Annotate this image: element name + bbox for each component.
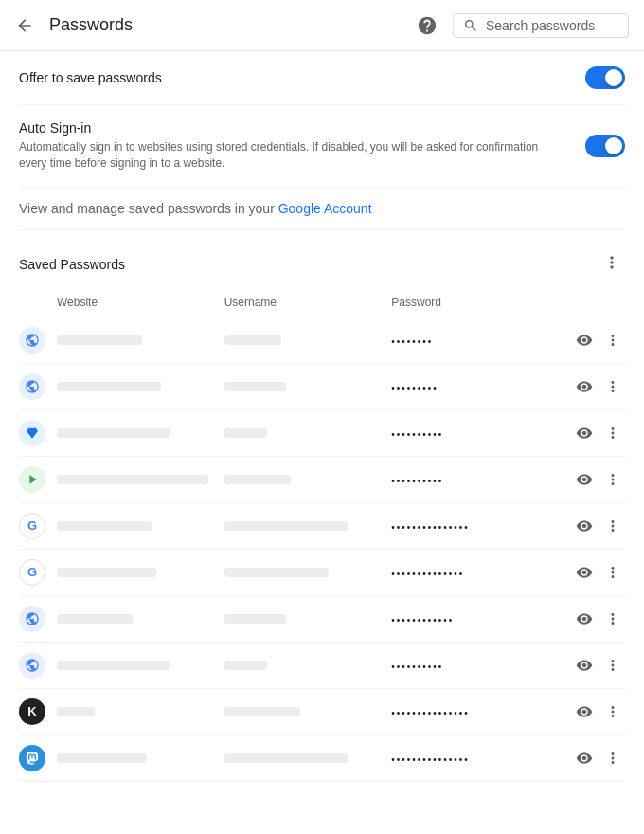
site-icon xyxy=(19,745,45,771)
search-input[interactable] xyxy=(486,18,618,33)
site-icon-cell xyxy=(19,606,57,632)
reveal-password-button[interactable] xyxy=(572,746,597,771)
reveal-password-button[interactable] xyxy=(572,699,597,724)
website-cell xyxy=(57,658,224,673)
search-box[interactable] xyxy=(453,13,629,38)
username-cell xyxy=(224,426,392,441)
row-more-button[interactable] xyxy=(600,328,625,353)
website-blurred xyxy=(57,475,208,484)
col-header-website: Website xyxy=(57,296,224,309)
password-cell: ••••••••••••••• xyxy=(391,751,559,766)
password-dots: ••••••••• xyxy=(391,383,438,393)
row-more-button[interactable] xyxy=(600,607,625,631)
row-more-button[interactable] xyxy=(600,746,625,771)
row-actions xyxy=(559,699,625,724)
row-actions xyxy=(559,328,625,353)
username-cell xyxy=(224,751,392,766)
reveal-password-button[interactable] xyxy=(572,421,597,445)
password-dots: •••••••••• xyxy=(391,429,443,440)
password-cell: •••••••••••• xyxy=(391,611,559,626)
google-account-text: View and manage saved passwords in your xyxy=(19,201,278,216)
table-header: Website Username Password xyxy=(19,288,625,317)
username-blurred xyxy=(224,661,267,670)
website-blurred xyxy=(57,428,170,438)
password-cell: •••••••• xyxy=(391,333,559,348)
site-icon-cell xyxy=(19,466,57,493)
row-more-button[interactable] xyxy=(600,421,625,445)
search-icon xyxy=(463,18,478,33)
row-actions xyxy=(559,374,625,399)
website-cell xyxy=(57,333,224,348)
site-icon xyxy=(19,606,45,632)
row-actions xyxy=(559,421,625,445)
settings-section: Offer to save passwords Auto Sign-in Aut… xyxy=(0,51,644,782)
row-actions xyxy=(559,467,625,492)
password-cell: •••••••••••••• xyxy=(391,565,559,580)
row-more-button[interactable] xyxy=(600,514,625,538)
username-cell xyxy=(224,611,392,626)
password-dots: •••••••••• xyxy=(391,476,443,486)
username-cell xyxy=(224,472,392,487)
table-row: ••••••••• xyxy=(19,364,625,410)
row-more-button[interactable] xyxy=(600,653,625,678)
username-blurred xyxy=(224,335,281,345)
password-rows-container: •••••••• ••••••••• xyxy=(19,317,625,782)
site-icon: G xyxy=(19,559,45,586)
site-icon xyxy=(19,420,45,446)
username-blurred xyxy=(224,568,329,577)
row-actions xyxy=(559,607,625,631)
site-icon-cell: K xyxy=(19,698,57,725)
website-cell xyxy=(57,611,224,626)
reveal-password-button[interactable] xyxy=(572,467,597,492)
reveal-password-button[interactable] xyxy=(572,374,597,399)
site-icon xyxy=(19,373,45,400)
reveal-password-button[interactable] xyxy=(572,514,597,538)
offer-to-save-toggle[interactable] xyxy=(585,66,625,89)
table-row: ••••••••••••••• xyxy=(19,735,625,782)
table-row: G •••••••••••••• xyxy=(19,550,625,596)
password-cell: •••••••••• xyxy=(391,658,559,673)
site-icon-cell: G xyxy=(19,559,57,586)
table-row: •••••••••••• xyxy=(19,596,625,643)
google-account-link[interactable]: Google Account xyxy=(278,201,372,216)
website-blurred xyxy=(57,661,170,670)
header: Passwords xyxy=(0,0,644,51)
saved-passwords-title: Saved Passwords xyxy=(19,257,125,272)
site-icon xyxy=(19,652,45,679)
website-cell xyxy=(57,518,224,534)
header-actions xyxy=(417,13,629,38)
auto-signin-toggle[interactable] xyxy=(585,135,625,157)
password-dots: •••••••• xyxy=(391,336,433,347)
offer-to-save-row: Offer to save passwords xyxy=(19,51,625,105)
password-dots: ••••••••••••••• xyxy=(391,754,470,765)
reveal-password-button[interactable] xyxy=(572,328,597,353)
reveal-password-button[interactable] xyxy=(572,653,597,678)
table-row: •••••••••• xyxy=(19,410,625,457)
row-actions xyxy=(559,560,625,585)
website-cell xyxy=(57,379,224,394)
site-icon xyxy=(19,466,45,493)
password-dots: •••••••••••• xyxy=(391,615,454,626)
username-blurred xyxy=(224,475,291,484)
row-more-button[interactable] xyxy=(600,374,625,399)
password-dots: •••••••••••••• xyxy=(391,569,464,579)
website-blurred xyxy=(57,753,147,763)
site-icon: G xyxy=(19,513,45,539)
username-cell xyxy=(224,658,392,673)
help-button[interactable] xyxy=(417,15,438,36)
google-account-row: View and manage saved passwords in your … xyxy=(19,188,625,230)
table-row: K ••••••••••••••• xyxy=(19,689,625,735)
password-dots: ••••••••••••••• xyxy=(391,522,470,533)
row-more-button[interactable] xyxy=(600,699,625,724)
row-more-button[interactable] xyxy=(600,467,625,492)
website-blurred xyxy=(57,521,152,531)
page-title: Passwords xyxy=(49,15,417,35)
row-more-button[interactable] xyxy=(600,560,625,585)
table-row: •••••••• xyxy=(19,317,625,364)
saved-passwords-more-button[interactable] xyxy=(599,249,625,281)
reveal-password-button[interactable] xyxy=(572,607,597,631)
back-button[interactable] xyxy=(15,16,34,35)
password-dots: •••••••••• xyxy=(391,662,443,672)
username-blurred xyxy=(224,382,286,391)
reveal-password-button[interactable] xyxy=(572,560,597,585)
